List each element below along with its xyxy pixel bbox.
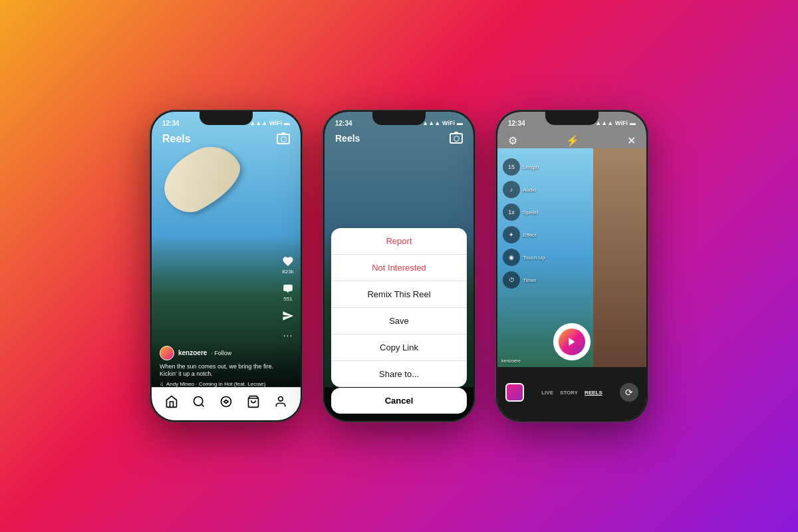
sheet-not-interested[interactable]: Not Interested xyxy=(331,255,467,281)
effect-button[interactable]: ✦ xyxy=(503,226,520,243)
status-time-3: 12:34 xyxy=(508,120,525,127)
like-count: 823k xyxy=(282,269,293,275)
svg-marker-5 xyxy=(569,338,575,346)
sheet-share-to[interactable]: Share to... xyxy=(331,361,467,387)
battery-icon-2: ▬ xyxy=(457,120,463,126)
music-info: ♫ Andy Mineo · Coming in Hot (feat. Lecr… xyxy=(160,381,293,387)
phone1-title: Reels xyxy=(162,133,191,145)
length-button[interactable]: 15 xyxy=(503,158,520,176)
wifi-icon: WiFi xyxy=(269,120,282,126)
svg-point-4 xyxy=(278,396,283,401)
phone1-actions: 823k 551 ··· xyxy=(282,255,294,340)
phone2-header: Reels xyxy=(325,130,473,146)
tool-touchup[interactable]: ◉ Touch Up xyxy=(503,249,545,266)
record-button[interactable] xyxy=(553,323,591,360)
battery-icon: ▬ xyxy=(284,120,290,126)
timer-label: Timer xyxy=(523,277,536,283)
tool-timer[interactable]: ⏱ Timer xyxy=(503,271,545,289)
nav-modes: LIVE STORY REELS xyxy=(541,390,602,396)
more-dots-icon: ··· xyxy=(283,330,293,340)
user-info: kenzoere · Follow xyxy=(160,346,293,360)
share-action[interactable] xyxy=(282,310,294,322)
tools-sidebar: 15 Length ♪ Audio 1x Speed xyxy=(503,158,545,357)
cancel-button[interactable]: Cancel xyxy=(331,388,467,414)
comment-action[interactable]: 551 xyxy=(282,283,294,302)
flip-camera-icon: ⟳ xyxy=(625,387,633,398)
battery-icon-3: ▬ xyxy=(630,120,636,126)
phone3-header: ⚙ ⚡ ✕ xyxy=(497,130,646,151)
nav-shop[interactable] xyxy=(246,394,261,409)
svg-line-1 xyxy=(201,404,204,406)
touchup-button[interactable]: ◉ xyxy=(503,249,520,266)
sheet-report[interactable]: Report xyxy=(331,228,467,255)
camera-icon-2[interactable] xyxy=(450,133,463,144)
speed-button[interactable]: 1x xyxy=(503,203,520,221)
music-note-icon: ♫ xyxy=(160,381,164,387)
sheet-save[interactable]: Save xyxy=(331,308,467,334)
status-time-2: 12:34 xyxy=(335,120,352,127)
username-1: kenzoere xyxy=(178,349,207,356)
sheet-copy-link[interactable]: Copy Link xyxy=(331,334,467,361)
comment-count: 551 xyxy=(283,296,292,302)
svg-point-2 xyxy=(221,396,231,406)
nav-profile[interactable] xyxy=(273,394,288,409)
mode-story[interactable]: STORY xyxy=(560,390,578,396)
phone-3: 12:34 ▲▲▲ WiFi ▬ ⚙ ⚡ ✕ 15 xyxy=(495,110,648,422)
recent-media-thumbnail[interactable] xyxy=(505,383,524,402)
avatar-1 xyxy=(160,346,174,360)
music-artist: Andy Mineo · Coming in Hot (feat. Lecrae… xyxy=(166,381,265,387)
status-icons-2: ▲▲▲ WiFi ▬ xyxy=(422,120,463,126)
flip-camera-button[interactable]: ⟳ xyxy=(620,383,638,402)
tool-length[interactable]: 15 Length xyxy=(503,158,545,176)
caption-1: When the sun comes out, we bring the fir… xyxy=(160,363,293,378)
touchup-label: Touch Up xyxy=(523,255,545,261)
notch-1 xyxy=(200,112,253,125)
tool-effect[interactable]: ✦ Effect xyxy=(503,226,545,243)
phone1-header: Reels xyxy=(152,130,301,148)
settings-icon[interactable]: ⚙ xyxy=(508,134,517,147)
nav-home[interactable] xyxy=(164,394,179,409)
length-label: Length xyxy=(523,164,539,170)
wifi-icon-2: WiFi xyxy=(442,120,455,126)
like-action[interactable]: 823k xyxy=(282,255,294,275)
svg-point-0 xyxy=(194,396,203,405)
notch-3 xyxy=(545,112,598,125)
tool-audio[interactable]: ♪ Audio xyxy=(503,181,545,198)
follow-button-1[interactable]: · Follow xyxy=(211,350,231,356)
phone3-nav-inner: LIVE STORY REELS ⟳ xyxy=(505,380,638,402)
phone-2: 12:34 ▲▲▲ WiFi ▬ Reels Report Not Intere… xyxy=(323,110,475,422)
action-sheet: Report Not Interested Remix This Reel Sa… xyxy=(331,228,467,387)
timer-button[interactable]: ⏱ xyxy=(503,271,520,289)
nav-search[interactable] xyxy=(192,394,206,409)
phone3-nav: LIVE STORY REELS ⟳ xyxy=(497,367,646,420)
nav-reels[interactable] xyxy=(219,394,233,409)
signal-icon-2: ▲▲▲ xyxy=(422,120,440,126)
nav-bar-1 xyxy=(152,387,301,420)
speed-label: Speed xyxy=(523,209,538,215)
more-action[interactable]: ··· xyxy=(283,330,293,340)
sheet-remix[interactable]: Remix This Reel xyxy=(331,281,467,308)
camera-icon-1[interactable] xyxy=(277,134,290,144)
mode-reels[interactable]: REELS xyxy=(585,390,602,396)
record-inner xyxy=(559,329,585,355)
phone2-title: Reels xyxy=(335,133,360,144)
notch-2 xyxy=(372,112,426,125)
signal-icon-3: ▲▲▲ xyxy=(595,120,613,126)
effect-label: Effect xyxy=(523,232,536,238)
tool-speed[interactable]: 1x Speed xyxy=(503,203,545,221)
close-icon[interactable]: ✕ xyxy=(627,134,636,147)
status-icons-3: ▲▲▲ WiFi ▬ xyxy=(595,120,636,126)
flash-icon[interactable]: ⚡ xyxy=(566,134,579,147)
wifi-icon-3: WiFi xyxy=(615,120,628,126)
audio-button[interactable]: ♪ xyxy=(503,181,520,198)
status-icons-1: ▲▲▲ WiFi ▬ xyxy=(249,120,290,126)
signal-icon: ▲▲▲ xyxy=(249,120,267,126)
audio-label: Audio xyxy=(523,187,536,193)
phone-1: 12:34 ▲▲▲ WiFi ▬ Reels 823k 551 xyxy=(150,110,303,422)
mode-live[interactable]: LIVE xyxy=(541,390,553,396)
status-time-1: 12:34 xyxy=(162,120,180,127)
